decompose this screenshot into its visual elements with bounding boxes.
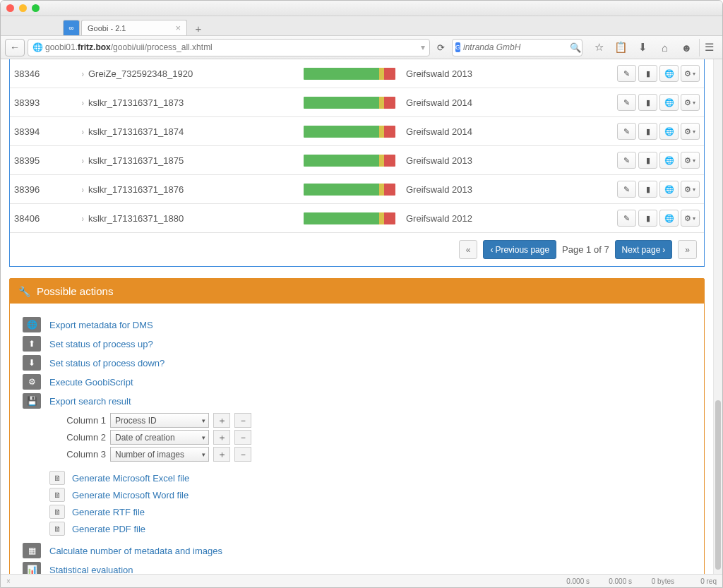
globe-button[interactable]: 🌐 <box>659 152 679 169</box>
edit-button[interactable]: ✎ <box>617 123 636 140</box>
window-titlebar <box>1 1 722 16</box>
minimize-window-button[interactable] <box>19 4 27 12</box>
chevron-right-icon[interactable]: › <box>82 126 84 137</box>
edit-button[interactable]: ✎ <box>617 152 636 169</box>
statistical-eval-link[interactable]: Statistical evaluation <box>49 565 133 575</box>
page-info: Page 1 of 7 <box>562 244 609 255</box>
pinned-tab-icon[interactable]: ∞ <box>63 20 80 35</box>
save-icon: 💾 <box>23 393 41 409</box>
gear-dropdown-button[interactable]: ⚙▾ <box>681 94 700 111</box>
edit-button[interactable]: ✎ <box>617 210 636 227</box>
browser-tab-strip: ∞ Goobi - 2.1 × + <box>1 16 722 36</box>
chevron-right-icon[interactable]: › <box>82 68 84 79</box>
edit-button[interactable]: ✎ <box>617 94 636 111</box>
column3-remove-button[interactable]: － <box>234 447 251 462</box>
close-status-icon[interactable]: × <box>6 577 11 585</box>
book-button[interactable]: ▮ <box>638 210 657 227</box>
book-button[interactable]: ▮ <box>638 94 657 111</box>
file-icon: 🗎 <box>49 488 65 502</box>
last-page-button[interactable]: » <box>678 240 697 259</box>
progress-bar <box>304 184 395 196</box>
scrollbar[interactable] <box>713 59 722 574</box>
export-dms-link[interactable]: Export metadata for DMS <box>49 320 153 330</box>
url-bar[interactable]: 🌐 goobi01.fritz.box/goobi/uii/process_al… <box>28 39 430 56</box>
dropdown-icon[interactable]: ▾ <box>421 42 425 52</box>
page-scroll[interactable]: 38346› GreiZe_732592348_1920Greifswald 2… <box>1 59 713 574</box>
book-button[interactable]: ▮ <box>638 181 657 198</box>
downloads-icon[interactable]: ⬇ <box>633 39 652 56</box>
generate-word-link[interactable]: Generate Microsoft Word file <box>72 490 189 500</box>
status-bar: × 0.000 s 0.000 s 0 bytes 0 req <box>1 574 722 587</box>
gear-dropdown-button[interactable]: ⚙▾ <box>681 181 700 198</box>
home-icon[interactable]: ⌂ <box>655 39 674 56</box>
globe-button[interactable]: 🌐 <box>659 94 679 111</box>
globe-button[interactable]: 🌐 <box>659 65 679 82</box>
project-cell: Greifswald 2013 <box>402 175 525 204</box>
table-row: 38394› kslkr_171316371_1874Greifswald 20… <box>10 117 704 146</box>
status-up-link[interactable]: Set status of process up? <box>49 339 153 349</box>
gear-dropdown-button[interactable]: ⚙▾ <box>681 123 700 140</box>
gear-dropdown-button[interactable]: ⚙▾ <box>681 152 700 169</box>
chevron-right-icon[interactable]: › <box>82 184 84 195</box>
bookmark-icon[interactable]: ☆ <box>590 39 609 56</box>
project-cell: Greifswald 2014 <box>402 88 525 117</box>
calc-metadata-link[interactable]: Calculate number of metadata and images <box>49 546 222 556</box>
prev-page-button[interactable]: ‹ Previous page <box>483 240 556 259</box>
gear-dropdown-button[interactable]: ⚙▾ <box>681 65 700 82</box>
execute-script-link[interactable]: Execute GoobiScript <box>49 377 133 388</box>
close-tab-icon[interactable]: × <box>175 23 181 33</box>
close-window-button[interactable] <box>6 4 14 12</box>
book-button[interactable]: ▮ <box>638 123 657 140</box>
generate-excel-link[interactable]: Generate Microsoft Excel file <box>72 473 189 484</box>
browser-search[interactable]: G 🔍 <box>452 39 582 56</box>
process-title-cell: › kslkr_171316371_1874 <box>77 117 299 146</box>
reload-button[interactable]: ⟳ <box>437 42 445 53</box>
next-page-button[interactable]: Next page › <box>615 240 673 259</box>
export-search-link[interactable]: Export search result <box>49 396 131 407</box>
chat-icon[interactable]: ☻ <box>677 39 696 56</box>
globe-button[interactable]: 🌐 <box>659 123 679 140</box>
search-input[interactable] <box>463 42 570 52</box>
edit-button[interactable]: ✎ <box>617 65 636 82</box>
book-button[interactable]: ▮ <box>638 65 657 82</box>
column1-remove-button[interactable]: － <box>234 413 251 428</box>
process-title-cell: › kslkr_171316371_1876 <box>77 175 299 204</box>
column2-remove-button[interactable]: － <box>234 430 251 445</box>
generate-pdf-link[interactable]: Generate PDF file <box>72 524 145 534</box>
process-id: 38395 <box>10 146 77 175</box>
column1-add-button[interactable]: ＋ <box>213 413 230 428</box>
chevron-right-icon[interactable]: › <box>82 155 84 166</box>
gear-dropdown-button[interactable]: ⚙▾ <box>681 210 700 227</box>
chevron-right-icon[interactable]: › <box>82 213 84 224</box>
chevron-right-icon[interactable]: › <box>82 97 84 108</box>
column3-add-button[interactable]: ＋ <box>213 447 230 462</box>
progress-bar <box>304 97 395 109</box>
generate-rtf-link[interactable]: Generate RTF file <box>72 507 145 517</box>
globe-button[interactable]: 🌐 <box>659 210 679 227</box>
browser-tab[interactable]: Goobi - 2.1 × <box>81 20 187 35</box>
hamburger-menu-icon[interactable]: ☰ <box>699 39 718 56</box>
row-actions: ✎▮🌐⚙▾ <box>525 117 704 146</box>
column2-add-button[interactable]: ＋ <box>213 430 230 445</box>
new-tab-button[interactable]: + <box>191 21 205 35</box>
column3-select[interactable]: Number of images <box>110 447 209 462</box>
column1-select[interactable]: Process ID <box>110 413 209 428</box>
clipboard-icon[interactable]: 📋 <box>611 39 631 56</box>
scrollbar-thumb[interactable] <box>715 400 721 570</box>
possible-actions-panel: 🔧 Possible actions 🌐 Export metadata for… <box>9 278 705 574</box>
progress-cell <box>299 88 402 117</box>
globe-button[interactable]: 🌐 <box>659 181 679 198</box>
search-icon[interactable]: 🔍 <box>570 42 581 53</box>
back-button[interactable]: ← <box>5 39 25 56</box>
first-page-button[interactable]: « <box>459 240 478 259</box>
column3-label: Column 3 <box>49 449 106 460</box>
process-title-cell: › kslkr_171316371_1875 <box>77 146 299 175</box>
tab-title: Goobi - 2.1 <box>88 24 126 32</box>
row-actions: ✎▮🌐⚙▾ <box>525 175 704 204</box>
prev-page-label: Previous page <box>495 245 549 255</box>
edit-button[interactable]: ✎ <box>617 181 636 198</box>
zoom-window-button[interactable] <box>32 4 40 12</box>
status-down-link[interactable]: Set status of process down? <box>49 358 165 368</box>
book-button[interactable]: ▮ <box>638 152 657 169</box>
column2-select[interactable]: Date of creation <box>110 430 209 445</box>
